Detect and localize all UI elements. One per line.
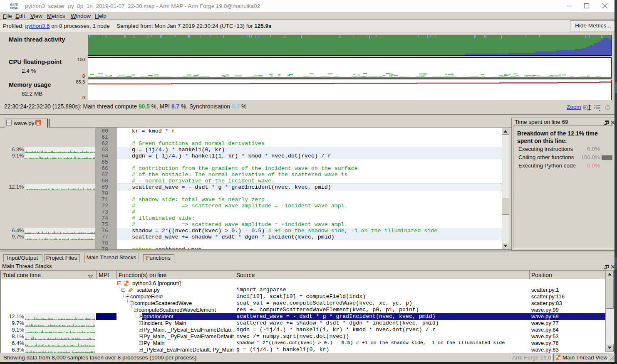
svg-text:FORGE: FORGE [10, 7, 18, 9]
svg-text:A: A [584, 106, 586, 109]
svg-text:arm: arm [10, 2, 18, 7]
